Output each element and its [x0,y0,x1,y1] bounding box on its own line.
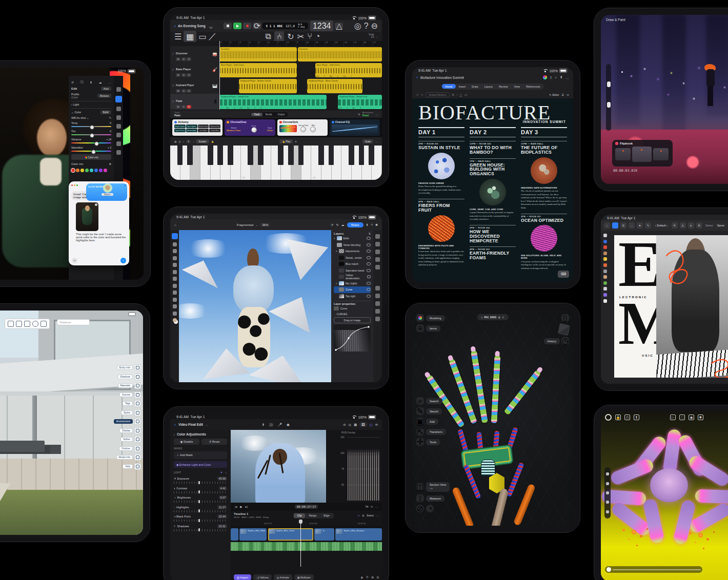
trim-tool[interactable]: ⑃ [274,31,285,42]
document-title[interactable]: Fragmented [237,223,253,226]
add-mask-button[interactable]: ＋ Add Mask [174,451,227,459]
orange-dot[interactable] [76,169,79,172]
entity-info-icon[interactable] [134,364,141,371]
metronome-icon[interactable]: △ [335,23,343,29]
clip[interactable]: Skyline_Blue_Backgro... [335,528,382,541]
light-section[interactable]: Light [73,103,79,106]
curves-section-header[interactable]: ⌄ CURVES [334,313,371,316]
keyboard-select-icon[interactable]: ▤ [174,140,176,143]
display-icon[interactable] [134,427,141,434]
scale-button[interactable]: Scale [362,139,374,143]
undo-icon[interactable]: ↺ [416,93,418,96]
menu-icon[interactable]: ☰ [620,222,626,229]
fill-tool[interactable] [603,240,607,243]
select-menu[interactable]: Select [367,514,374,517]
octave-up-icon[interactable]: › [193,140,194,143]
layer-row[interactable]: Top right [334,293,371,300]
visibility-panel-icon[interactable] [375,294,380,298]
tools-tool[interactable]: Tools [426,439,440,445]
close-circle-icon[interactable]: ⊗ [109,162,111,165]
check-icon[interactable]: ◎ [349,423,352,427]
preset[interactable]: Synth Pluck [174,129,186,132]
preset[interactable]: Minimal Arp [186,129,197,132]
info-icon[interactable]: ⓘ [80,80,84,85]
project-title[interactable]: An Evening Song [178,24,206,28]
environment-icon[interactable] [134,418,141,425]
clip-partial[interactable] [231,528,238,541]
back-chevron-icon[interactable]: ‹ [174,422,176,427]
modeling-button[interactable]: Modeling [426,315,445,321]
mode-edge[interactable]: Edge [320,513,333,518]
tint-slider[interactable] [71,134,111,135]
preset[interactable]: Dark Arp [198,129,209,132]
vector-brush-tool[interactable] [603,245,607,249]
underline-button[interactable]: U [460,93,462,96]
add-icon[interactable]: ▣ [416,418,424,425]
visibility-icon[interactable]: ◉ [498,316,500,319]
text-tool[interactable] [603,287,607,291]
solo-button[interactable]: S [181,57,186,61]
preset[interactable]: Bright Synth [174,125,186,128]
track-row-pads[interactable]: 4 Pads MSR 🎛 Keyboard Player - Simple Pa… [170,94,382,110]
sustain-button[interactable]: Sustain [196,139,209,143]
playhead[interactable] [219,41,220,110]
region-bass-1[interactable]: Bass Player - Indie Disco [219,63,297,77]
gradient-tool[interactable] [603,293,607,297]
clip-selected[interactable]: Skyline_Blue_Close [268,528,314,541]
insert-icon[interactable]: ⊟ [377,575,379,579]
shadows-button[interactable]: Shadows [117,375,133,379]
animate-button[interactable]: ◎ Animate [274,574,292,580]
track-row-drummer[interactable]: 1 Drummer MSR 🥁 Drummer Drummer [170,46,382,63]
editor-button[interactable]: ✎ Editor [549,93,559,96]
lasso-tool[interactable] [173,249,177,253]
styles-icon[interactable] [134,409,141,416]
measure-icon[interactable]: ⟟ [416,494,424,502]
loop-icon[interactable]: ↻ [287,32,294,42]
document-title[interactable]: Biofacture Innovation Summit [420,76,464,79]
history-button[interactable]: History [544,338,560,344]
region-pad-2[interactable]: Keyboard Player - Simple PadDm C Am G [338,95,382,109]
align-icon[interactable]: ☰ [562,93,564,96]
adjust-icon[interactable] [375,242,380,246]
pen-tool[interactable] [603,257,607,261]
contrast-slider[interactable] [174,491,227,493]
measure-input[interactable]: Distance [57,319,90,325]
tracks-view-icon[interactable]: ☰ [174,32,181,42]
device-sync-icon[interactable]: ▯ [561,314,569,322]
visibility-icon[interactable] [367,295,371,298]
shadows-icon[interactable] [134,374,141,380]
search-tool[interactable]: Search [426,398,442,404]
send-button[interactable]: ↑ [120,258,126,263]
tab-layout[interactable]: Layout [481,84,496,89]
redo-icon[interactable]: ↻ [421,93,423,96]
region-drummer-2[interactable]: Drummer [298,47,382,61]
speed-icon[interactable]: ⊘ [343,423,346,427]
prev-frame-icon[interactable]: |◂ [235,505,237,508]
blackpoint-value[interactable]: 15.44 [217,514,228,519]
region-keys-1[interactable]: Keyboard Player - Broken Chords [239,79,297,93]
layer-row[interactable]: Noise blending [334,242,371,248]
mixer-view-icon[interactable]: ▦ [184,31,196,42]
preset[interactable]: Bright Arp [209,129,220,132]
preset-selector[interactable]: ‹ Default › [653,223,670,227]
flip-icon[interactable]: ⋀ [680,222,686,229]
blackpoint-slider[interactable] [174,520,227,522]
overwrite-icon[interactable]: ⧉ [362,514,365,517]
inspect-button[interactable]: ▤ Inspect [234,574,251,580]
record-icon[interactable] [605,414,612,421]
exposure-slider[interactable] [174,482,227,484]
split-keyboard-icon[interactable]: ◫ [178,140,180,143]
transform-icon[interactable]: ⇱ [672,222,678,229]
layer-row[interactable]: ▾Adjustments [334,248,371,255]
multicam-button[interactable]: ▦ Multicam [294,574,314,580]
shadows-value[interactable]: 15.31 [217,524,228,528]
undo-icon[interactable]: ↺ [331,223,334,226]
temp-slider[interactable] [71,126,111,127]
outliner-icon[interactable] [134,445,141,452]
gradient-tool[interactable] [173,284,177,288]
document-page[interactable]: BIOFACTURE INNOVATION SUMMIT DAY 1 2PM —… [412,98,573,282]
color-mix-button[interactable]: Color mix [71,154,111,160]
more-icon[interactable]: … [376,514,379,517]
plugin-channel-eq[interactable]: Channel EQ [330,119,380,136]
piano-keyboard[interactable]: C2 C3 C4 [170,146,382,180]
